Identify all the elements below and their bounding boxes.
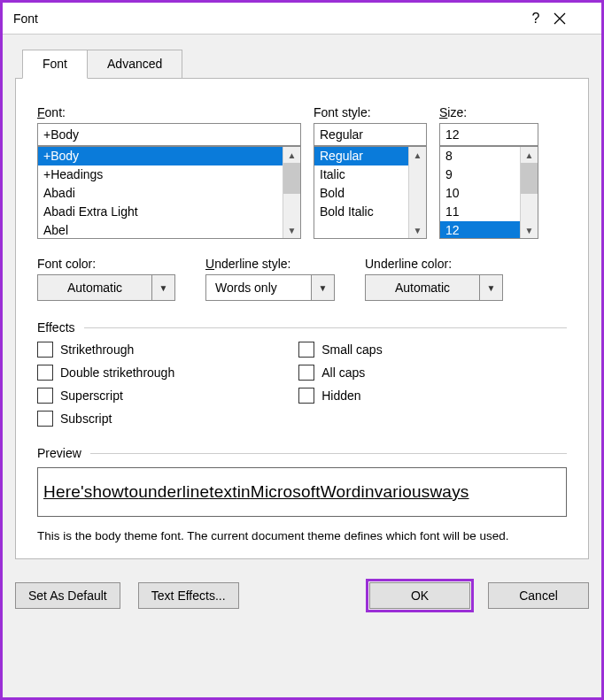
tab-font-label: Font [43, 57, 67, 71]
close-button[interactable] [554, 12, 589, 25]
font-dialog: Font ? Font Advanced Font: +Body+Heading… [0, 0, 604, 700]
font-style-list[interactable]: RegularItalicBoldBold Italic ▲ ▼ [314, 146, 427, 239]
font-style-label: Font style: [314, 105, 427, 119]
underline-color-group: Underline color: Automatic ▼ [365, 257, 503, 301]
text-effects-button[interactable]: Text Effects... [138, 582, 239, 609]
check-all-caps[interactable]: All caps [298, 365, 382, 381]
list-item[interactable]: 10 [440, 184, 520, 203]
font-size-input[interactable] [439, 123, 538, 146]
list-item[interactable]: +Body [38, 147, 283, 165]
checkbox-icon [298, 342, 314, 358]
list-item[interactable]: Abel [38, 221, 283, 238]
font-color-dropdown[interactable]: Automatic ▼ [37, 274, 175, 301]
underline-color-value: Automatic [365, 274, 480, 301]
window-title: Font [13, 12, 518, 26]
preview-word: text [209, 482, 236, 502]
list-item[interactable]: 8 [440, 147, 520, 165]
scroll-down-arrow[interactable]: ▼ [521, 222, 538, 238]
font-color-group: Font color: Automatic ▼ [37, 257, 175, 301]
checkbox-icon [37, 411, 53, 427]
list-item[interactable]: +Headings [38, 165, 283, 184]
list-item[interactable]: 12 [440, 221, 520, 238]
list-item[interactable]: Bold [314, 184, 408, 203]
font-name-group: Font: +Body+HeadingsAbadiAbadi Extra Lig… [37, 105, 301, 239]
preview-word: Microsoft [251, 482, 321, 502]
dialog-footer: Set As Default Text Effects... OK Cancel [15, 573, 589, 612]
set-default-button[interactable]: Set As Default [15, 582, 120, 609]
ok-button[interactable]: OK [369, 582, 470, 609]
checkbox-icon [37, 388, 53, 404]
check-superscript[interactable]: Superscript [37, 388, 174, 404]
effects-left-col: Strikethrough Double strikethrough Super… [37, 342, 174, 427]
button-label: Text Effects... [151, 588, 226, 603]
list-item[interactable]: Bold Italic [314, 203, 408, 221]
scroll-thumb[interactable] [521, 163, 538, 194]
scroll-up-arrow[interactable]: ▲ [283, 147, 300, 163]
font-style-group: Font style: RegularItalicBoldBold Italic… [314, 105, 427, 239]
preview-word: Word [321, 482, 361, 502]
checkbox-icon [37, 342, 53, 358]
preview-word: underline [138, 482, 209, 502]
font-name-list[interactable]: +Body+HeadingsAbadiAbadi Extra LightAbel… [37, 146, 301, 239]
list-item[interactable]: Italic [314, 165, 408, 184]
font-color-label: Font color: [37, 257, 175, 271]
list-item[interactable]: 9 [440, 165, 520, 184]
tab-strip: Font Advanced [22, 49, 589, 78]
underline-style-group: Underline style: Words only ▼ [205, 257, 335, 301]
scroll-up-arrow[interactable]: ▲ [521, 147, 538, 163]
chevron-down-icon[interactable]: ▼ [480, 274, 503, 301]
list-item[interactable]: Abadi Extra Light [38, 203, 283, 221]
check-subscript[interactable]: Subscript [37, 411, 174, 427]
check-label: Subscript [60, 412, 112, 426]
font-style-input[interactable] [314, 123, 427, 146]
tab-font[interactable]: Font [22, 50, 88, 79]
font-color-value: Automatic [37, 274, 152, 301]
check-strikethrough[interactable]: Strikethrough [37, 342, 174, 358]
scrollbar[interactable]: ▲ ▼ [520, 147, 538, 238]
help-button[interactable]: ? [518, 11, 554, 27]
list-item[interactable]: 11 [440, 203, 520, 221]
tab-advanced[interactable]: Advanced [87, 50, 182, 79]
check-double-strikethrough[interactable]: Double strikethrough [37, 365, 174, 381]
check-label: Double strikethrough [60, 365, 174, 380]
button-label: Set As Default [28, 588, 107, 603]
preview-word: how [93, 482, 124, 502]
scroll-up-arrow[interactable]: ▲ [409, 147, 426, 163]
font-name-label: Font: [37, 105, 301, 119]
font-top-row: Font: +Body+HeadingsAbadiAbadi Extra Lig… [37, 105, 567, 239]
cancel-button[interactable]: Cancel [488, 582, 589, 609]
title-bar: Font ? [3, 3, 601, 35]
underline-color-dropdown[interactable]: Automatic ▼ [365, 274, 503, 301]
preview-word: in [361, 482, 375, 502]
scroll-down-arrow[interactable]: ▼ [409, 222, 426, 238]
scrollbar[interactable]: ▲ ▼ [408, 147, 426, 238]
list-item[interactable]: Abadi [38, 184, 283, 203]
scroll-track[interactable] [283, 163, 300, 222]
chevron-down-icon[interactable]: ▼ [312, 274, 335, 301]
check-label: Strikethrough [60, 342, 134, 357]
checkbox-icon [37, 365, 53, 381]
spacer [257, 582, 352, 609]
tab-panel-font: Font: +Body+HeadingsAbadiAbadi Extra Lig… [15, 78, 589, 559]
list-item[interactable]: Regular [314, 147, 408, 165]
format-row: Font color: Automatic ▼ Underline style:… [37, 257, 567, 301]
font-name-input[interactable] [37, 123, 301, 146]
check-small-caps[interactable]: Small caps [298, 342, 382, 358]
underline-style-dropdown[interactable]: Words only ▼ [205, 274, 335, 301]
chevron-down-icon[interactable]: ▼ [152, 274, 175, 301]
scroll-down-arrow[interactable]: ▼ [283, 222, 300, 238]
scroll-thumb[interactable] [283, 163, 300, 194]
preview-group-label: Preview [37, 446, 567, 460]
preview-word: various [375, 482, 430, 502]
effects-group-label: Effects [37, 320, 567, 335]
font-size-list[interactable]: 89101112 ▲ ▼ [439, 146, 538, 239]
scrollbar[interactable]: ▲ ▼ [283, 147, 300, 238]
scroll-track[interactable] [409, 163, 426, 222]
preview-description: This is the body theme font. The current… [37, 529, 567, 542]
preview-word: in [237, 482, 251, 502]
check-hidden[interactable]: Hidden [298, 388, 382, 404]
scroll-track[interactable] [521, 163, 538, 222]
underline-style-label: Underline style: [205, 257, 335, 271]
button-label: Cancel [519, 588, 558, 603]
effects-right-col: Small caps All caps Hidden [298, 342, 382, 427]
